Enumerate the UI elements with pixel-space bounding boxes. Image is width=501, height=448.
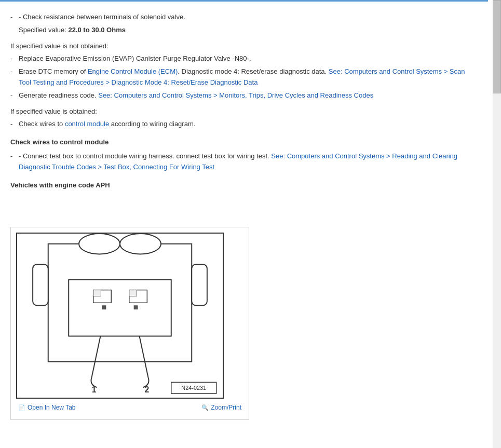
- zoom-label: Zoom/Print: [211, 403, 241, 413]
- specified-value: 22.0 to 30.0 Ohms: [68, 26, 126, 34]
- zoom-icon: 🔍: [201, 403, 209, 413]
- scrollbar[interactable]: [493, 0, 501, 448]
- check-wires-after: according to wiring diagram.: [109, 120, 195, 128]
- open-tab-label: Open In New Tab: [28, 403, 76, 413]
- erase-dtc-middle: . Diagnostic mode 4: Reset/erase diagnos…: [178, 67, 329, 75]
- svg-point-2: [120, 234, 161, 254]
- svg-text:1: 1: [92, 385, 97, 394]
- control-module-link[interactable]: control module: [65, 120, 109, 128]
- section-check-wires-heading: Check wires to control module: [10, 137, 478, 148]
- main-content: - Check resistance between terminals of …: [0, 0, 488, 448]
- replace-evap-text: Replace Evaporative Emission (EVAP) Cani…: [19, 55, 251, 62]
- if-obtained-label: If specified value is obtained:: [10, 106, 478, 117]
- readiness-before: Generate readiness code.: [19, 91, 98, 99]
- svg-point-1: [79, 234, 120, 254]
- connector-diagram-svg: 1 2 N24-0231: [17, 234, 223, 398]
- bullet-replace-evap: Replace Evaporative Emission (EVAP) Cani…: [10, 53, 478, 64]
- svg-rect-5: [69, 280, 171, 336]
- open-in-new-tab-link[interactable]: 📄 Open In New Tab: [18, 403, 76, 413]
- readiness-link[interactable]: See: Computers and Control Systems > Mon…: [98, 91, 373, 99]
- svg-rect-10: [102, 306, 106, 310]
- check-resistance-text: - Check resistance between terminals of …: [19, 13, 185, 21]
- connect-testbox-item: - Connect test box to control module wir…: [10, 151, 478, 173]
- svg-rect-4: [192, 265, 207, 306]
- open-tab-icon: 📄: [18, 403, 25, 413]
- check-wires-before: Check wires to: [19, 120, 65, 128]
- svg-text:2: 2: [144, 385, 149, 394]
- bullet-erase-dtc: Erase DTC memory of Engine Control Modul…: [10, 66, 478, 88]
- svg-rect-11: [134, 306, 138, 310]
- ecm-link[interactable]: Engine Control Module (ECM): [88, 67, 178, 75]
- diagram-image: 1 2 N24-0231: [16, 233, 224, 399]
- vehicles-heading: Vehicles with engine code APH: [10, 180, 478, 191]
- connect-before: - Connect test box to control module wir…: [19, 152, 271, 160]
- diagram-container: 1 2 N24-0231 📄 Open In New Tab 🔍 Zoom: [10, 227, 249, 419]
- specified-label: Specified value:: [19, 26, 66, 34]
- check-resistance-item: - Check resistance between terminals of …: [10, 12, 478, 23]
- erase-dtc-before: Erase DTC memory of: [19, 67, 88, 75]
- svg-rect-3: [33, 265, 48, 306]
- diagram-footer: 📄 Open In New Tab 🔍 Zoom/Print: [16, 399, 243, 414]
- bullet-check-wires: Check wires to control module according …: [10, 119, 478, 130]
- svg-rect-7: [93, 290, 101, 296]
- scrollbar-thumb[interactable]: [493, 0, 501, 93]
- specified-value-line: Specified value: 22.0 to 30.0 Ohms: [19, 25, 478, 36]
- svg-text:N24-0231: N24-0231: [181, 385, 206, 391]
- svg-rect-9: [129, 290, 137, 296]
- content-block: - Check resistance between terminals of …: [10, 12, 478, 420]
- if-not-obtained-label: If specified value is not obtained:: [10, 41, 478, 52]
- zoom-print-link[interactable]: 🔍 Zoom/Print: [201, 403, 241, 413]
- bullet-readiness: Generate readiness code. See: Computers …: [10, 90, 478, 101]
